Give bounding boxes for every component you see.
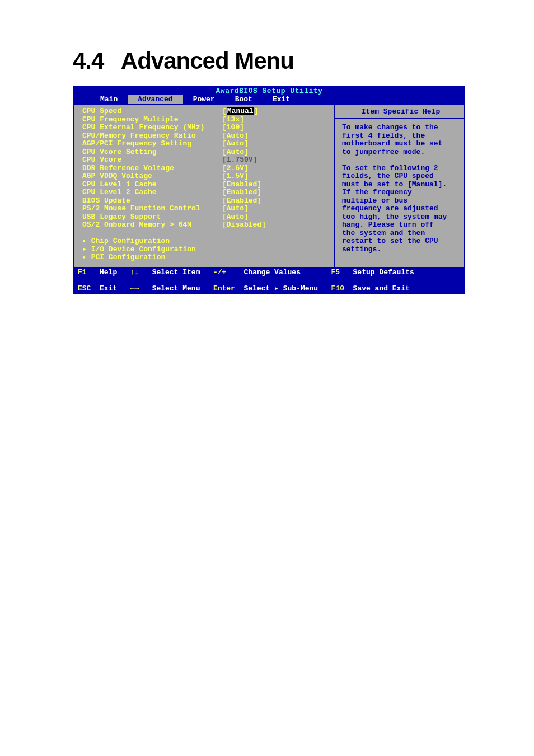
key-enter: Enter bbox=[213, 284, 235, 293]
help-panel: Item Specific Help To make changes to th… bbox=[335, 105, 465, 269]
leftright-icon: ←→ bbox=[130, 284, 139, 293]
setting-value: [Enabled] bbox=[222, 189, 261, 197]
help-text: To make changes to the bbox=[342, 124, 460, 132]
help-text: hang. Please turn off bbox=[342, 221, 460, 229]
setting-row[interactable]: CPU/Memory Frequency Ratio [Auto] bbox=[82, 132, 330, 140]
setting-label: CPU Level 1 Cache bbox=[82, 181, 222, 189]
section-number: 4.4 bbox=[73, 48, 104, 74]
page-title: 4.4 Advanced Menu bbox=[73, 48, 294, 74]
bios-title-bar: AwardBIOS Setup Utility bbox=[73, 86, 465, 95]
submenu-arrow-icon: ▸ bbox=[82, 253, 91, 261]
setting-label: CPU Level 2 Cache bbox=[82, 189, 222, 197]
setting-value: [100] bbox=[222, 124, 244, 132]
setting-value: [Auto] bbox=[222, 148, 249, 157]
submenu-arrow-icon: ▸ bbox=[82, 245, 91, 253]
setting-value: [Enabled] bbox=[222, 181, 261, 189]
tab-boot[interactable]: Boot bbox=[225, 95, 263, 104]
section-name: Advanced Menu bbox=[121, 48, 294, 74]
footer-label: Setup Defaults bbox=[353, 268, 414, 276]
help-text: settings. bbox=[342, 246, 460, 254]
setting-label: BIOS Update bbox=[82, 197, 222, 205]
setting-row[interactable]: CPU Level 1 Cache [Enabled] bbox=[82, 181, 330, 189]
submenu-arrow-icon: ▸ bbox=[82, 237, 91, 245]
setting-value: [Auto] bbox=[222, 132, 249, 140]
bios-footer: F1 Help ↑↓ Select Item -/+ Change Values… bbox=[73, 269, 465, 294]
tab-advanced[interactable]: Advanced bbox=[128, 95, 182, 104]
setting-label: AGP VDDQ Voltage bbox=[82, 172, 222, 181]
setting-row[interactable]: CPU Frequency Multiple [13x] bbox=[82, 116, 330, 124]
help-text: first 4 fields, the bbox=[342, 132, 460, 140]
setting-row[interactable]: OS/2 Onboard Memory > 64M [Disabled] bbox=[82, 221, 330, 229]
key-f5: F5 bbox=[331, 268, 340, 276]
help-text: multiple or bus bbox=[342, 197, 460, 205]
setting-row[interactable]: AGP/PCI Frequency Setting [Auto] bbox=[82, 140, 330, 148]
help-text: frequency are adjusted bbox=[342, 205, 460, 213]
help-text: the system and then bbox=[342, 229, 460, 238]
tab-main[interactable]: Main bbox=[90, 95, 128, 104]
submenu-label: I/O Device Configuration bbox=[91, 245, 196, 253]
help-text: must be set to [Manual]. bbox=[342, 181, 460, 189]
setting-value: [Manual] bbox=[222, 107, 258, 116]
spacer bbox=[82, 229, 330, 238]
submenu-label: PCI Configuration bbox=[91, 253, 166, 261]
updown-icon: ↑↓ bbox=[130, 268, 139, 276]
setting-value: [13x] bbox=[222, 116, 244, 124]
key-f1: F1 bbox=[78, 268, 87, 276]
footer-label: Select ▸ Sub-Menu bbox=[244, 284, 318, 293]
help-text: fields, the CPU speed bbox=[342, 172, 460, 181]
submenu-item[interactable]: ▸ PCI Configuration bbox=[82, 253, 330, 262]
divider bbox=[335, 118, 464, 119]
setting-row[interactable]: CPU Level 2 Cache [Enabled] bbox=[82, 189, 330, 197]
setting-label: CPU External Frequency (MHz) bbox=[82, 124, 222, 132]
setting-value: [Auto] bbox=[222, 213, 249, 222]
key-minusplus: -/+ bbox=[213, 268, 226, 276]
submenu-label: Chip Configuration bbox=[91, 237, 170, 245]
bios-window: AwardBIOS Setup Utility Main Advanced Po… bbox=[73, 86, 465, 294]
setting-row[interactable]: PS/2 Mouse Function Control [Auto] bbox=[82, 205, 330, 213]
help-text: motherboard must be set bbox=[342, 140, 460, 148]
setting-value: [Disabled] bbox=[222, 221, 266, 229]
setting-label: USB Legacy Support bbox=[82, 213, 222, 222]
setting-row[interactable]: AGP VDDQ Voltage [1.5V] bbox=[82, 172, 330, 181]
key-esc: ESC bbox=[78, 284, 91, 293]
setting-row[interactable]: DDR Reference Voltage [2.6V] bbox=[82, 165, 330, 173]
setting-label: CPU Vcore Setting bbox=[82, 148, 222, 157]
help-text: To set the following 2 bbox=[342, 165, 460, 173]
setting-row[interactable]: CPU Speed [Manual] bbox=[82, 107, 330, 116]
tab-exit[interactable]: Exit bbox=[263, 95, 300, 104]
setting-label: CPU Vcore bbox=[82, 156, 222, 165]
setting-row[interactable]: USB Legacy Support [Auto] bbox=[82, 213, 330, 222]
bios-tab-bar: Main Advanced Power Boot Exit bbox=[73, 95, 465, 105]
setting-row: CPU Vcore [1.750V] bbox=[82, 156, 330, 165]
footer-label: Help bbox=[100, 268, 117, 276]
submenu-item[interactable]: ▸ Chip Configuration bbox=[82, 237, 330, 246]
bios-body: CPU Speed [Manual] CPU Frequency Multipl… bbox=[73, 105, 465, 269]
setting-label: CPU Speed bbox=[82, 107, 222, 116]
setting-label: AGP/PCI Frequency Setting bbox=[82, 140, 222, 148]
setting-label: OS/2 Onboard Memory > 64M bbox=[82, 221, 222, 229]
key-f10: F10 bbox=[331, 284, 344, 293]
setting-value: [1.5V] bbox=[222, 172, 249, 181]
footer-label: Change Values bbox=[244, 268, 301, 276]
settings-panel: CPU Speed [Manual] CPU Frequency Multipl… bbox=[73, 105, 335, 269]
help-title: Item Specific Help bbox=[342, 107, 460, 116]
setting-value: [1.750V] bbox=[222, 156, 257, 165]
tab-power[interactable]: Power bbox=[183, 95, 225, 104]
footer-label: Select Menu bbox=[152, 284, 200, 293]
setting-label: PS/2 Mouse Function Control bbox=[82, 205, 222, 213]
footer-left: F1 Help ↑↓ Select Item -/+ Change Values… bbox=[78, 269, 414, 293]
help-text: If the frequency bbox=[342, 189, 460, 197]
setting-value: [Auto] bbox=[222, 205, 249, 213]
submenu-item[interactable]: ▸ I/O Device Configuration bbox=[82, 246, 330, 254]
help-text: too high, the system may bbox=[342, 213, 460, 222]
setting-value: [2.6V] bbox=[222, 165, 249, 173]
help-text bbox=[342, 156, 460, 165]
setting-row[interactable]: BIOS Update [Enabled] bbox=[82, 197, 330, 205]
setting-row[interactable]: CPU External Frequency (MHz) [100] bbox=[82, 124, 330, 132]
setting-label: DDR Reference Voltage bbox=[82, 165, 222, 173]
setting-label: CPU Frequency Multiple bbox=[82, 116, 222, 124]
footer-label: Save and Exit bbox=[353, 284, 410, 293]
setting-row[interactable]: CPU Vcore Setting [Auto] bbox=[82, 148, 330, 157]
help-text: to jumperfree mode. bbox=[342, 148, 460, 157]
footer-label: Exit bbox=[100, 284, 117, 293]
